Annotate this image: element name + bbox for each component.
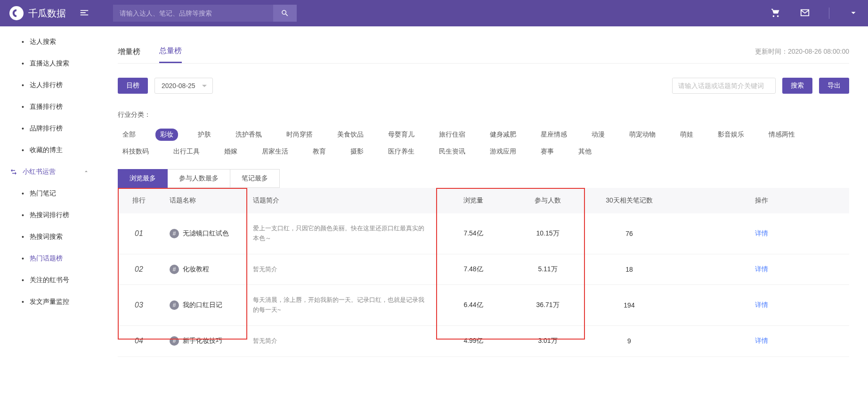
sidebar-item-hot-search-rank[interactable]: 热搜词排行榜 [0, 204, 99, 226]
sidebar-item-hot-topic-rank[interactable]: 热门话题榜 [0, 248, 99, 269]
category-item[interactable]: 出行工具 [169, 146, 204, 158]
cell-rank: 03 [118, 285, 160, 326]
update-time-value: 2020-08-26 08:00:00 [788, 48, 849, 55]
export-button[interactable]: 导出 [819, 78, 849, 94]
detail-link[interactable]: 详情 [755, 301, 768, 308]
category-item[interactable]: 母婴育儿 [383, 129, 419, 141]
category-item[interactable]: 摄影 [346, 146, 368, 158]
th-participants: 参与人数 [511, 188, 584, 213]
mail-icon[interactable] [800, 8, 810, 19]
category-item[interactable]: 健身减肥 [485, 129, 521, 141]
sort-tab[interactable]: 参与人数最多 [168, 169, 230, 188]
cart-icon[interactable] [771, 8, 781, 19]
detail-link[interactable]: 详情 [755, 229, 768, 237]
search-button[interactable]: 搜索 [782, 78, 812, 94]
category-item[interactable]: 护肤 [193, 129, 216, 141]
sidebar-item-daren-search[interactable]: 达人搜索 [0, 31, 99, 53]
category-item[interactable]: 医疗养生 [383, 146, 419, 158]
category-filter: 行业分类： 全部彩妆护肤洗护香氛时尚穿搭美食饮品母婴育儿旅行住宿健身减肥星座情感… [118, 108, 849, 158]
category-item[interactable]: 星座情感 [536, 129, 572, 141]
tab-total[interactable]: 总量榜 [159, 40, 182, 63]
th-rank: 排行 [118, 188, 160, 213]
global-search-input[interactable] [113, 5, 273, 22]
sort-tab[interactable]: 浏览最多 [118, 169, 168, 188]
category-item[interactable]: 科技数码 [118, 146, 154, 158]
category-item[interactable]: 游戏应用 [485, 146, 521, 158]
sidebar-item-brand-rank[interactable]: 品牌排行榜 [0, 118, 99, 139]
cell-participants: 10.15万 [511, 213, 584, 254]
global-search-button[interactable] [273, 5, 297, 22]
cell-notes: 194 [584, 285, 674, 326]
cell-rank: 02 [118, 254, 160, 285]
sidebar-group-label: 小红书运营 [23, 168, 56, 176]
category-item[interactable]: 情感两性 [764, 129, 800, 141]
category-item[interactable]: 教育 [308, 146, 331, 158]
chevron-down-icon[interactable] [848, 8, 859, 19]
table-row: 02#化妆教程暂无简介7.48亿5.11万18详情 [118, 254, 849, 285]
category-item[interactable]: 洗护香氛 [231, 129, 267, 141]
cell-name: #化妆教程 [160, 254, 247, 285]
category-item[interactable]: 彩妆 [155, 129, 178, 141]
table-row: 04#新手化妆技巧暂无简介4.99亿3.01万9详情 [118, 325, 849, 356]
cell-desc: 爱上一支口红，只因它的颜色美丽。快在这里还原口红最真实的本色～ [247, 213, 436, 254]
table-row: 01#无滤镜口红试色爱上一支口红，只因它的颜色美丽。快在这里还原口红最真实的本色… [118, 213, 849, 254]
category-item[interactable]: 其他 [574, 146, 596, 158]
cell-views: 7.54亿 [436, 213, 511, 254]
hash-icon: # [170, 300, 179, 310]
sidebar-item-live-daren-search[interactable]: 直播达人搜索 [0, 53, 99, 74]
sidebar-item-daren-rank[interactable]: 达人排行榜 [0, 74, 99, 96]
cell-action: 详情 [674, 254, 849, 285]
filter-row: 日榜 2020-08-25 搜索 导出 [118, 78, 849, 94]
cell-action: 详情 [674, 213, 849, 254]
cell-views: 4.99亿 [436, 325, 511, 356]
update-time: 更新时间：2020-08-26 08:00:00 [755, 48, 849, 56]
category-item[interactable]: 旅行住宿 [434, 129, 470, 141]
chevron-up-icon [83, 168, 89, 176]
cell-participants: 5.11万 [511, 254, 584, 285]
header-right [771, 8, 859, 19]
topics-table: 排行 话题名称 话题简介 浏览量 参与人数 30天相关笔记数 操作 01#无滤镜… [118, 188, 849, 357]
category-item[interactable]: 全部 [118, 129, 140, 141]
th-name: 话题名称 [160, 188, 247, 213]
cell-rank: 04 [118, 325, 160, 356]
category-item[interactable]: 婚嫁 [219, 146, 242, 158]
category-item[interactable]: 萌宠动物 [625, 129, 660, 141]
sidebar-group-xhs[interactable]: 小红书运营 [0, 161, 99, 183]
category-item[interactable]: 居家生活 [257, 146, 293, 158]
sidebar-item-followed-xhs[interactable]: 关注的红书号 [0, 269, 99, 291]
menu-toggle-icon[interactable] [79, 8, 89, 19]
sidebar-item-hot-search[interactable]: 热搜词搜索 [0, 226, 99, 248]
category-item[interactable]: 萌娃 [675, 129, 698, 141]
category-label: 行业分类： [118, 108, 151, 119]
cell-desc: 暂无简介 [247, 325, 436, 356]
sort-tab[interactable]: 笔记最多 [230, 169, 280, 188]
detail-link[interactable]: 详情 [755, 265, 768, 273]
logo-area: 千瓜数据 [9, 6, 66, 20]
category-item[interactable]: 影音娱乐 [713, 129, 749, 141]
header-divider [829, 8, 829, 19]
day-rank-button[interactable]: 日榜 [118, 78, 148, 94]
category-item[interactable]: 时尚穿搭 [282, 129, 317, 141]
svg-point-0 [15, 11, 18, 15]
cell-participants: 36.71万 [511, 285, 584, 326]
category-item[interactable]: 民生资讯 [434, 146, 470, 158]
arrows-icon [9, 168, 18, 176]
sidebar-item-post-monitor[interactable]: 发文声量监控 [0, 291, 99, 313]
logo-icon [9, 6, 24, 20]
cell-action: 详情 [674, 285, 849, 326]
category-item[interactable]: 美食饮品 [333, 129, 368, 141]
sidebar-item-fav-blogger[interactable]: 收藏的博主 [0, 139, 99, 161]
cell-name: #新手化妆技巧 [160, 325, 247, 356]
sidebar-item-hot-notes[interactable]: 热门笔记 [0, 183, 99, 204]
topic-search-input[interactable] [672, 78, 776, 94]
date-select[interactable]: 2020-08-25 [154, 78, 213, 94]
main-content: 增量榜 总量榜 更新时间：2020-08-26 08:00:00 日榜 2020… [99, 26, 868, 405]
cell-action: 详情 [674, 325, 849, 356]
main-tabs: 增量榜 总量榜 更新时间：2020-08-26 08:00:00 [118, 40, 849, 64]
category-item[interactable]: 赛事 [536, 146, 559, 158]
cell-notes: 18 [584, 254, 674, 285]
detail-link[interactable]: 详情 [755, 337, 768, 344]
sidebar-item-live-rank[interactable]: 直播排行榜 [0, 96, 99, 118]
category-item[interactable]: 动漫 [587, 129, 609, 141]
tab-increment[interactable]: 增量榜 [118, 41, 140, 63]
